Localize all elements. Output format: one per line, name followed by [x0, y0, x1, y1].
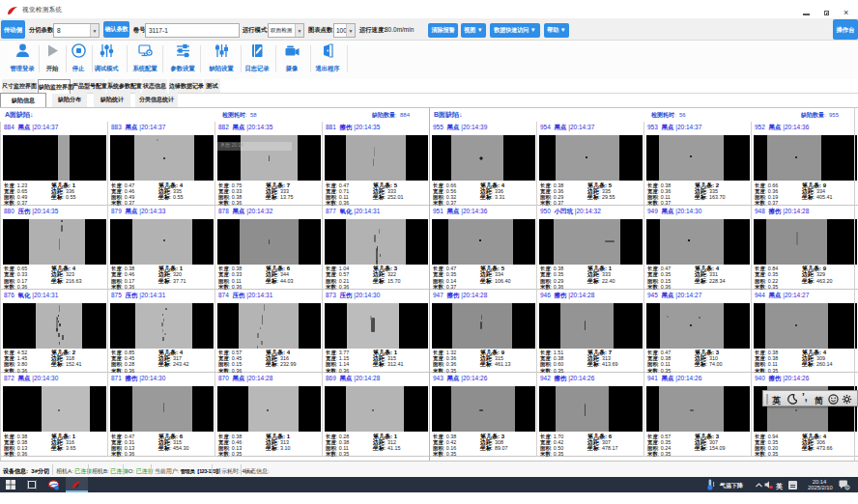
svg-text:6: 6 — [846, 486, 849, 490]
